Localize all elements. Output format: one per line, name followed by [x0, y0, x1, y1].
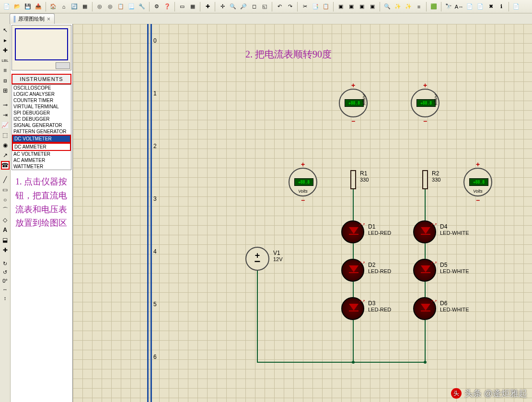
home2-icon[interactable]: ⌂ [59, 2, 69, 11]
list-icon[interactable]: 📋 [116, 2, 126, 11]
component-tool[interactable]: ▸ [1, 36, 10, 45]
box-tool[interactable]: ▭ [1, 185, 10, 194]
replace-icon[interactable]: A↔ [454, 2, 464, 11]
zoomin-icon[interactable]: 🔍 [228, 2, 238, 11]
instr-spi-debugger[interactable]: SPI DEBUGGER [12, 110, 71, 116]
instr-i2c-debugger[interactable]: I2C DEBUGGER [12, 116, 71, 122]
generator-tool[interactable]: ◉ [1, 141, 10, 149]
instr-dc-ammeter[interactable]: DC AMMETER [12, 143, 71, 151]
text-tool[interactable]: ≡ [1, 66, 10, 75]
info-icon[interactable]: ℹ [497, 2, 506, 11]
tab-schematic[interactable]: 原理图绘制 × [10, 13, 55, 24]
instrument-tool[interactable]: ☎ [1, 161, 10, 170]
pcb-icon[interactable]: 🟩 [429, 2, 439, 11]
redo-icon[interactable]: ↷ [285, 2, 295, 11]
arc-tool[interactable]: ⌒ [1, 206, 10, 214]
refresh-icon[interactable]: 🔄 [69, 2, 79, 11]
sheet-icon[interactable]: 📄 [511, 2, 521, 11]
tape-tool[interactable]: ⬚ [1, 131, 10, 139]
path-tool[interactable]: ◇ [1, 216, 10, 224]
voltmeter-1[interactable]: +88.8 Volts + − [289, 168, 317, 196]
wand2-icon[interactable]: ✨ [404, 2, 413, 11]
block4-icon[interactable]: ▣ [368, 2, 377, 11]
led-d6[interactable]: ↗↗ D6 LED-WHITE [413, 297, 436, 320]
zoomfit-icon[interactable]: ◻ [249, 2, 259, 11]
canvas-area[interactable]: 0 1 2 3 4 5 6 2. 把电流表顺转90度 +88.8 Amps + … [73, 24, 532, 402]
subcircuit-tool[interactable]: ⊞ [1, 86, 10, 95]
import-icon[interactable]: 📥 [34, 2, 43, 11]
help-icon[interactable]: ❓ [162, 2, 172, 11]
voltmeter-2[interactable]: +88.8 Volts + − [463, 168, 492, 196]
led-d4[interactable]: ↗↗ D4 LED-WHITE [413, 220, 436, 243]
block1-icon[interactable]: ▣ [336, 2, 346, 11]
globe2-icon[interactable]: ◎ [105, 2, 115, 11]
led-d5[interactable]: ↗↗ D5 LED-WHITE [413, 259, 436, 282]
cut-icon[interactable]: ✂ [300, 2, 310, 11]
block2-icon[interactable]: ▣ [347, 2, 356, 11]
probe-tool[interactable]: ↗ [1, 151, 10, 160]
zoomout-icon[interactable]: 🔎 [239, 2, 248, 11]
circle-tool[interactable]: ○ [1, 195, 10, 204]
led-d2[interactable]: ↗↗ D2 LED-RED [341, 259, 364, 282]
voltage-source-v1[interactable]: +− V1 12V [245, 247, 269, 271]
search-icon[interactable]: 🔍 [382, 2, 392, 11]
ammeter-2[interactable]: +88.8 Amps + − [411, 89, 439, 117]
copy-icon[interactable]: 📑 [311, 2, 320, 11]
layers-icon[interactable]: ≡ [414, 2, 424, 11]
instr-wattmeter[interactable]: WATTMETER [12, 163, 71, 170]
terminal-tool[interactable]: ⊸ [1, 101, 10, 109]
config-icon[interactable]: ⚙ [152, 2, 162, 11]
find-icon[interactable]: 🔭 [444, 2, 453, 11]
chip-icon[interactable]: ▦ [80, 2, 90, 11]
doc-icon[interactable]: 📃 [127, 2, 136, 11]
rotate-cw-icon[interactable]: ↻ [1, 261, 9, 268]
label-tool[interactable]: LBL [1, 56, 10, 65]
bus-tool[interactable]: ⧈ [1, 76, 10, 85]
resistor-r1[interactable]: R1 330 [350, 170, 356, 189]
graph-tool[interactable]: 📈 [1, 121, 10, 129]
instr-ac-ammeter[interactable]: AC AMMETER [12, 157, 71, 163]
instr-logic-analyser[interactable]: LOGIC ANALYSER [12, 91, 71, 97]
rotate-ccw-icon[interactable]: ↺ [1, 269, 9, 277]
instr-oscilloscope[interactable]: OSCILLOSCOPE [12, 85, 71, 91]
line-tool[interactable]: ╱ [1, 175, 10, 184]
zoomarea-icon[interactable]: ◱ [260, 2, 269, 11]
instr-dc-voltmeter[interactable]: DC VOLTMETER [12, 135, 71, 143]
block3-icon[interactable]: ▣ [357, 2, 367, 11]
globe-icon[interactable]: ◎ [95, 2, 104, 11]
ammeter-1[interactable]: +88.8 Amps + − [339, 89, 368, 117]
textlabel-tool[interactable]: A [1, 226, 10, 234]
flip-v-icon[interactable]: ↕ [1, 295, 9, 303]
pointer-tool[interactable]: ↖ [1, 26, 10, 34]
tool-icon[interactable]: 🔧 [137, 2, 147, 11]
remove-icon[interactable]: 📄 [465, 2, 474, 11]
undo-icon[interactable]: ↶ [275, 2, 284, 11]
grid-icon[interactable]: ▦ [188, 2, 197, 11]
save-icon[interactable]: 💾 [23, 2, 33, 11]
flip-h-icon[interactable]: ↔ [1, 287, 9, 294]
instruments-header: INSTRUMENTS [12, 74, 71, 84]
home-icon[interactable]: 🏠 [48, 2, 58, 11]
led-d3[interactable]: ↗↗ D3 LED-RED [341, 297, 364, 320]
new-icon[interactable]: 📄 [2, 2, 12, 11]
resistor-r2[interactable]: R2 330 [422, 170, 428, 189]
pin-tool[interactable]: ⇥ [1, 111, 10, 119]
add-icon[interactable]: 📄 [475, 2, 485, 11]
open-icon[interactable]: 📂 [12, 2, 22, 11]
marker-tool[interactable]: ✚ [1, 246, 10, 254]
instr-counter-timer[interactable]: COUNTER TIMER [12, 97, 71, 103]
wand-icon[interactable]: ✨ [393, 2, 403, 11]
instr-signal-generator[interactable]: SIGNAL GENERATOR [12, 122, 71, 128]
paste-icon[interactable]: 📋 [321, 2, 331, 11]
del-icon[interactable]: ✖ [486, 2, 496, 11]
instr-pattern-generator[interactable]: PATTERN GENERATOR [12, 128, 71, 135]
instr-ac-voltmeter[interactable]: AC VOLTMETER [12, 151, 71, 157]
center-icon[interactable]: ✢ [218, 2, 227, 11]
rect-icon[interactable]: ▭ [177, 2, 187, 11]
instr-virtual-terminal[interactable]: VIRTUAL TERMINAL [12, 103, 71, 110]
symbol-tool[interactable]: ⬓ [1, 236, 10, 244]
led-d1[interactable]: ↗↗ D1 LED-RED [341, 220, 364, 243]
junction-tool[interactable]: ✚ [1, 46, 10, 55]
tab-close-icon[interactable]: × [47, 16, 50, 23]
plus-icon[interactable]: ✚ [203, 2, 212, 11]
